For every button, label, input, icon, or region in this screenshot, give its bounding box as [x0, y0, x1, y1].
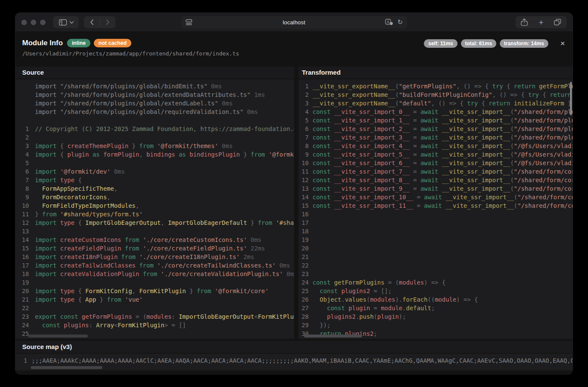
transformed-code: 1__vite_ssr_exportName__("getFormPlugins…: [298, 79, 573, 339]
code-line: 8 FormAppSpecificTheme,: [17, 184, 294, 193]
code-line: import "/shared/form/plugins/global/exte…: [17, 99, 294, 108]
sidebar-toggle-button[interactable]: [53, 16, 79, 28]
code-line: 2__vite_ssr_exportName__("buildFormKitPl…: [300, 90, 573, 99]
transformed-panel: Transformed 1__vite_ssr_exportName__("ge…: [298, 67, 573, 339]
code-line: 22: [300, 261, 573, 270]
minimize-window-button[interactable]: [31, 20, 36, 25]
address-bar-actions: A ↻: [385, 19, 403, 26]
page-title: Module Info: [22, 39, 63, 47]
code-line: 14const __vite_ssr_import_10__ = await _…: [300, 193, 573, 201]
code-line: 20import type { FormKitConfig, FormKitPl…: [17, 287, 294, 295]
code-line: 13: [17, 227, 294, 236]
share-button[interactable]: [521, 18, 528, 26]
code-line: 21: [300, 253, 573, 261]
code-line: 26 Object.values(modules).forEach((modul…: [300, 295, 573, 304]
back-button[interactable]: [84, 16, 100, 28]
share-icon: [521, 18, 528, 26]
browser-window: localhost A ↻ +: [15, 13, 573, 374]
code-line: 6const __vite_ssr_import_2__ = await __v…: [300, 125, 573, 133]
sourcemap-panel-title: Source map (v3): [15, 341, 573, 353]
module-file-path: /Users/vladimir/Projects/zammad/app/fron…: [22, 50, 566, 57]
code-line: 23: [300, 270, 573, 278]
source-panel-title: Source: [15, 67, 294, 79]
code-line: 11} from '#shared/types/form.ts': [17, 210, 294, 218]
tabs-icon: [554, 19, 561, 26]
code-line: 24 const plugins: Array<FormKitPlugin> =…: [17, 321, 294, 329]
code-line: 23export const getFormPlugins = (modules…: [17, 312, 294, 321]
address-bar[interactable]: localhost A ↻: [181, 16, 407, 29]
transformed-panel-title: Transformed: [298, 67, 573, 79]
status-badge: inline: [67, 39, 90, 47]
code-line: 7import type {: [17, 176, 294, 184]
browser-toolbar: localhost A ↻ +: [15, 13, 573, 32]
module-info-header: Module Info inlinenot cached self: 11mst…: [15, 32, 573, 60]
code-line: 17: [300, 218, 573, 227]
timing-pill: total: 61ms: [461, 39, 496, 48]
chevron-left-icon: [90, 19, 94, 25]
code-line: 9const __vite_ssr_import_5__ = await __v…: [300, 150, 573, 159]
code-line: 9 FormDecoratorIcons,: [17, 193, 294, 201]
code-line: 12import type { ImportGlobEagerOutput, I…: [17, 218, 294, 227]
code-line: 6import '@formkit/dev' 0ms: [17, 167, 294, 176]
sourcemap-panel: Source map (v3) 1;;;AAEA;AAAkC;AAAA;AAAA…: [15, 341, 573, 370]
code-line: 4const __vite_ssr_import_0__ = await __v…: [300, 108, 573, 116]
sourcemap-code: 1;;;AAEA;AAAkC;AAAA;AAAA;AAAA;AAClC;AAEA…: [15, 354, 573, 370]
module-badges: inlinenot cached: [67, 39, 131, 47]
code-line: 5: [17, 159, 294, 167]
code-line: 1__vite_ssr_exportName__("getFormPlugins…: [300, 82, 573, 90]
code-line: 22: [17, 304, 294, 312]
code-line: 18import createValidationPlugin from './…: [17, 270, 294, 278]
code-line: 10const __vite_ssr_import_6__ = await __…: [300, 159, 573, 167]
source-hscrollbar-thumb[interactable]: [28, 335, 88, 338]
code-line: 24const getFormPlugins = (modules) => {: [300, 278, 573, 287]
code-line: 10 FormFieldTypeImportModules,: [17, 201, 294, 210]
source-code: import "/shared/form/plugins/global/bind…: [15, 79, 294, 339]
window-controls: [21, 20, 46, 25]
code-line: 28 plugins2.push(plugin);: [300, 312, 573, 321]
code-panels: Source import "/shared/form/plugins/glob…: [15, 67, 573, 339]
url-text: localhost: [181, 19, 407, 26]
forward-button[interactable]: [100, 16, 116, 28]
code-line: import "/shared/form/plugins/global/exte…: [17, 90, 294, 99]
history-nav: [84, 16, 116, 28]
code-line: 21import type { App } from 'vue': [17, 295, 294, 304]
code-line: 1;;;AAEA;AAAkC;AAAA;AAAA;AAAA;AAClC;AAEA…: [17, 356, 573, 365]
code-line: 20: [300, 244, 573, 253]
code-line: 18: [300, 227, 573, 236]
code-line: 15import createFieldPlugin from './core/…: [17, 244, 294, 253]
code-line: 11const __vite_ssr_import_7__ = await __…: [300, 167, 573, 176]
code-line: [17, 116, 294, 125]
tab-overview-button[interactable]: [554, 19, 561, 26]
code-line: 13const __vite_ssr_import_9__ = await __…: [300, 184, 573, 193]
code-line: 2: [17, 133, 294, 142]
transformed-hscrollbar-thumb[interactable]: [304, 335, 362, 338]
code-line: 1// Copyright (C) 2012-2025 Zammad Found…: [17, 125, 294, 133]
code-line: 12const __vite_ssr_import_8__ = await __…: [300, 176, 573, 184]
code-line: import "/shared/form/plugins/global/bind…: [17, 82, 294, 90]
code-line: 29 });: [300, 321, 573, 329]
sidebar-icon: [59, 19, 67, 26]
code-line: 16import createI18nPlugin from './core/c…: [17, 253, 294, 261]
chevron-right-icon: [106, 19, 110, 25]
transformed-vscrollbar-thumb[interactable]: [570, 82, 572, 115]
timing-pill: transform: 14ms: [500, 39, 548, 48]
timing-pills: self: 11mstotal: 61mstransform: 14ms: [420, 39, 548, 47]
source-panel: Source import "/shared/form/plugins/glob…: [15, 67, 294, 339]
timing-pill: self: 11ms: [424, 39, 457, 48]
new-tab-button[interactable]: +: [539, 18, 543, 26]
code-line: 27 const plugin = module.default;: [300, 304, 573, 312]
code-line: 8const __vite_ssr_import_4__ = await __v…: [300, 142, 573, 150]
module-inspector-page: Module Info inlinenot cached self: 11mst…: [15, 32, 573, 374]
code-line: 17import createTailwindClasses from './c…: [17, 261, 294, 270]
reload-icon[interactable]: ↻: [397, 19, 403, 26]
code-line: 19: [300, 236, 573, 244]
zoom-window-button[interactable]: [40, 20, 46, 25]
close-button[interactable]: ×: [559, 39, 566, 47]
translate-icon[interactable]: A: [385, 19, 393, 26]
code-line: 3import { createThemePlugin } from '@for…: [17, 142, 294, 150]
close-window-button[interactable]: [21, 20, 27, 25]
chevron-down-icon: [70, 21, 74, 24]
sourcemap-hscrollbar-thumb[interactable]: [31, 366, 102, 369]
code-line: 5const __vite_ssr_import_1__ = await __v…: [300, 116, 573, 125]
code-line: 16: [300, 210, 573, 218]
